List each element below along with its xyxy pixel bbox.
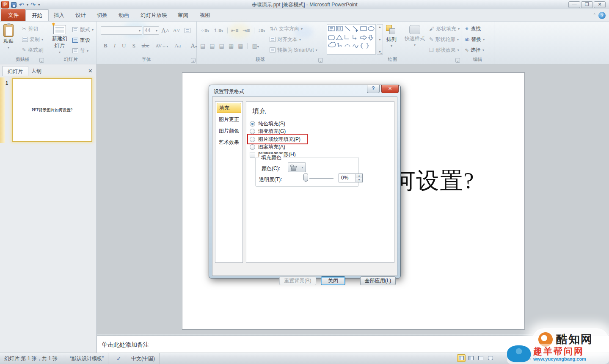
tab-file[interactable]: 文件 xyxy=(1,9,25,21)
new-slide-button[interactable]: 新建幻灯片 ▾ xyxy=(50,25,69,54)
tab-transitions[interactable]: 切换 xyxy=(91,9,113,21)
underline-button[interactable]: U xyxy=(121,42,127,49)
text-direction-button[interactable]: ⇅A文字方向▾ xyxy=(270,25,303,33)
clipboard-dialog-launcher-icon[interactable]: ⌟ xyxy=(39,58,44,63)
nav-item-picture-color[interactable]: 图片颜色 xyxy=(217,126,241,136)
transparency-value[interactable]: 0% xyxy=(339,174,355,182)
option-picture-texture-fill[interactable]: 图片或纹理填充(P) xyxy=(250,136,300,143)
paste-dropdown-icon[interactable]: ▾ xyxy=(8,46,9,50)
paste-button[interactable]: 粘贴 ▾ xyxy=(3,24,14,50)
drawing-dialog-launcher-icon[interactable]: ⌟ xyxy=(455,58,460,63)
transparency-spinbox[interactable]: 0% ▲ ▼ xyxy=(339,174,363,182)
shrink-font-button[interactable]: A˅ xyxy=(171,27,181,34)
close-button[interactable]: ✕ xyxy=(594,1,606,8)
shapes-gallery[interactable] xyxy=(327,24,376,55)
tab-animations[interactable]: 动画 xyxy=(113,9,135,21)
italic-button[interactable]: I xyxy=(113,42,117,49)
replace-button[interactable]: ab替换▾ xyxy=(465,36,485,43)
copy-button[interactable]: 复制▾ xyxy=(22,36,43,43)
decrease-indent-icon[interactable]: ⇤≡ xyxy=(227,28,238,33)
clear-formatting-icon[interactable] xyxy=(185,28,190,33)
shape-fill-button[interactable]: 🖌形状填充▾ xyxy=(429,25,460,33)
help-icon[interactable]: ? xyxy=(598,12,606,19)
shapes-scroll-up-icon[interactable]: ▲ xyxy=(378,25,381,28)
quick-styles-button[interactable]: 快速样式▾ xyxy=(405,25,425,47)
nav-item-picture-corrections[interactable]: 图片更正 xyxy=(217,114,241,124)
numbering-icon[interactable]: ⒈≡▾ xyxy=(213,27,223,34)
align-right-icon[interactable]: ▤ xyxy=(219,43,224,49)
checkbox-hide-background-icon[interactable] xyxy=(250,152,255,157)
shape-outline-button[interactable]: ✎形状轮廓▾ xyxy=(429,36,459,43)
font-size-select[interactable]: 44▾ xyxy=(143,26,159,35)
align-left-icon[interactable]: ▤ xyxy=(200,43,205,49)
slideshow-view-button[interactable] xyxy=(486,354,495,362)
bullets-icon[interactable]: ⁘≡▾ xyxy=(200,28,209,33)
tab-slides-thumbnails[interactable]: 幻灯片 xyxy=(2,66,28,76)
undo-icon[interactable]: ↶ xyxy=(19,2,24,8)
cut-button[interactable]: ✂剪切 xyxy=(22,25,38,33)
columns-icon[interactable]: ▥▾ xyxy=(247,43,259,49)
find-button[interactable]: ⚭查找 xyxy=(465,25,481,33)
transparency-slider-thumb[interactable] xyxy=(303,174,308,182)
option-pattern-fill[interactable]: 图案填充(A) xyxy=(250,143,285,151)
select-button[interactable]: ⇖选择▾ xyxy=(465,46,484,54)
shapes-scrollbar[interactable]: ▲ ▼ ▼̲ xyxy=(377,24,383,55)
spellcheck-status[interactable]: ✓ xyxy=(112,353,126,364)
redo-icon[interactable]: ↷ xyxy=(30,2,36,8)
increase-indent-icon[interactable]: ⇥≡ xyxy=(242,28,250,33)
strikethrough-button[interactable]: abe xyxy=(141,42,151,49)
format-painter-button[interactable]: ✎格式刷 xyxy=(22,46,43,54)
font-dialog-launcher-icon[interactable]: ⌟ xyxy=(191,58,196,63)
tab-outline[interactable]: 大纲 xyxy=(26,66,47,76)
tab-design[interactable]: 设计 xyxy=(69,9,92,21)
dialog-close-button[interactable]: ✕ xyxy=(381,85,399,93)
slide-sorter-view-button[interactable] xyxy=(467,354,475,362)
slide-thumbnail-1[interactable]: PPT背景图片如何设置? xyxy=(12,78,92,142)
tab-slideshow[interactable]: 幻灯片放映 xyxy=(135,9,173,21)
tab-view[interactable]: 视图 xyxy=(194,9,216,21)
collapse-ribbon-icon[interactable]: ⌃ xyxy=(593,13,596,17)
powerpoint-icon[interactable]: P xyxy=(1,1,9,8)
normal-view-button[interactable] xyxy=(457,354,466,362)
text-shadow-button[interactable]: S xyxy=(131,42,136,49)
arrange-button[interactable]: 排列▾ xyxy=(386,25,397,48)
minimize-button[interactable]: — xyxy=(568,1,580,8)
reset-button[interactable]: 重设 xyxy=(72,36,90,44)
color-dropdown-button[interactable]: ▾ xyxy=(288,163,306,172)
tab-insert[interactable]: 插入 xyxy=(48,9,70,21)
paragraph-dialog-launcher-icon[interactable]: ⌟ xyxy=(318,58,323,63)
status-language[interactable]: 中文(中国) xyxy=(127,353,160,364)
distribute-icon[interactable]: ▦ xyxy=(238,43,243,49)
justify-icon[interactable]: ▦ xyxy=(229,43,234,49)
reset-background-button[interactable]: 重置背景(B) xyxy=(279,276,316,285)
tab-review[interactable]: 审阅 xyxy=(172,9,194,21)
spin-down-icon[interactable]: ▼ xyxy=(356,178,362,182)
grow-font-button[interactable]: A˄ xyxy=(160,27,171,34)
convert-smartart-button[interactable]: 转换为 SmartArt▾ xyxy=(270,46,317,54)
radio-solid-fill-icon[interactable] xyxy=(250,121,255,127)
option-solid-fill[interactable]: 纯色填充(S) xyxy=(250,120,285,127)
qat-customize-icon[interactable]: ▾ xyxy=(38,3,40,7)
bold-button[interactable]: B xyxy=(102,42,109,49)
save-icon[interactable] xyxy=(11,2,17,8)
status-theme[interactable]: “默认设计模板” xyxy=(66,353,108,364)
line-spacing-icon[interactable]: ↕≡▾ xyxy=(254,28,265,33)
dialog-help-button[interactable]: ? xyxy=(367,85,380,93)
shape-effects-button[interactable]: ❑形状效果▾ xyxy=(429,46,459,54)
radio-pattern-fill-icon[interactable] xyxy=(250,144,255,150)
restore-button[interactable]: ❐ xyxy=(581,1,593,8)
shapes-scroll-down-icon[interactable]: ▼ xyxy=(378,38,381,41)
align-center-icon[interactable]: ▤ xyxy=(209,43,215,49)
nav-item-fill[interactable]: 填充 xyxy=(217,103,241,113)
change-case-button[interactable]: Aa xyxy=(173,42,182,49)
layout-button[interactable]: 版式▾ xyxy=(72,26,94,33)
tab-home[interactable]: 开始 xyxy=(25,9,49,21)
undo-dropdown-icon[interactable]: ▾ xyxy=(27,3,28,7)
section-button[interactable]: 节▾ xyxy=(72,47,88,55)
shapes-more-icon[interactable]: ▼̲ xyxy=(378,50,381,53)
align-text-button[interactable]: 对齐文本▾ xyxy=(270,36,301,43)
apply-all-button[interactable]: 全部应用(L) xyxy=(360,276,396,285)
spin-up-icon[interactable]: ▲ xyxy=(356,174,362,178)
panel-close-icon[interactable]: ✕ xyxy=(88,68,93,74)
nav-item-artistic-effects[interactable]: 艺术效果 xyxy=(217,137,241,147)
